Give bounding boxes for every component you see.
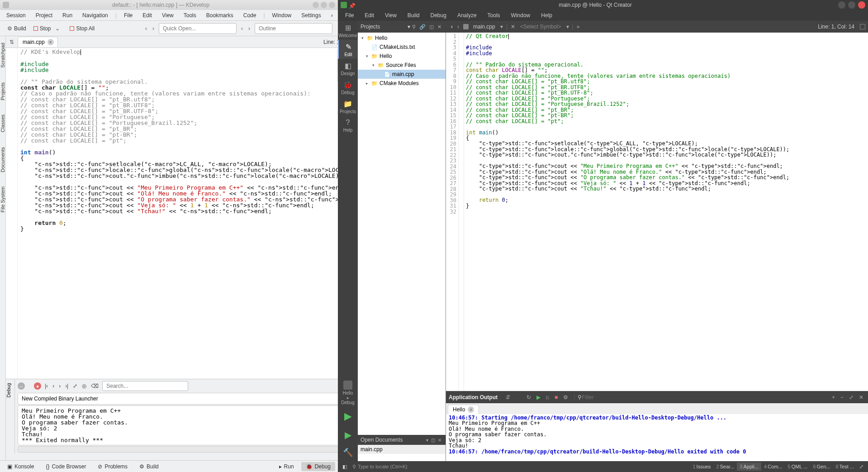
sidebar-classes[interactable]: Classes [0,112,5,135]
play-button[interactable]: ▶ [338,407,358,426]
menu-tools[interactable]: Tools [483,11,505,20]
outline-input[interactable] [255,23,332,34]
expand-icon[interactable]: ⤢ [857,462,866,471]
tree-item-cmakelists-txt[interactable]: 📄CMakeLists.txt [358,43,446,52]
prev-icon[interactable]: ‹ [52,383,55,389]
bottom-build[interactable]: ⚙Build [135,462,163,471]
filter-input[interactable] [582,394,636,400]
menu-window[interactable]: Window [268,11,296,20]
output-tab[interactable]: Hello× [448,405,479,414]
menu-bookmarks[interactable]: Bookmarks [202,11,238,20]
minus-icon[interactable]: − [839,394,845,400]
bottom-code-browser[interactable]: {}Code Browser [41,462,90,471]
kdev-editor[interactable]: // KDE's Kdevelop #include #include // "… [18,48,338,379]
pane-2[interactable]: 2Sear... [713,462,737,471]
pane-3[interactable]: 3Appli... [737,462,761,471]
menu-project[interactable]: Project [31,11,57,20]
line-col[interactable]: Line: 1, Col: 14 [814,24,858,30]
menu-window[interactable]: Window [507,11,535,20]
chevron-down-icon[interactable]: ▾ [498,24,505,30]
mode-edit[interactable]: ✎Edit [338,40,358,59]
sidebar-file-system[interactable]: File System [0,184,5,215]
stop-all-button[interactable]: Stop All [66,24,98,33]
minimize-icon[interactable] [838,1,845,9]
tree-item-cmake-modules[interactable]: ▸📁CMake Modules [358,79,446,88]
mode-help[interactable]: ?Help [338,116,358,134]
debug-label[interactable]: Debug [6,383,11,397]
expand-icon[interactable]: ⤢ [72,383,78,389]
last-icon[interactable]: ›| [64,383,69,389]
mode-projects[interactable]: 📁Projects [338,97,358,116]
nav-back-icon[interactable]: ‹ [449,24,455,30]
open-documents-header[interactable]: Open Documents ▾ ◫ ✕ [358,435,446,445]
menu-debug[interactable]: Debug [426,11,451,20]
nav-fwd-icon[interactable]: › [455,24,461,30]
chevron-down-icon[interactable]: ⌄ [52,25,62,32]
menu-file[interactable]: File [119,11,137,20]
qtc-titlebar[interactable]: 📌 main.cpp @ Hello - Qt Creator [338,0,868,10]
mode-debug[interactable]: 🐞Debug [338,78,358,97]
add-icon[interactable]: + [830,394,837,400]
split-icon[interactable]: ◫ [427,24,436,30]
nav-fwd-icon[interactable]: › [150,25,157,32]
sidebar-projects[interactable]: Projects [0,80,5,103]
pane-1[interactable]: 1Issues [690,462,713,471]
close-pane-icon[interactable]: ✕ [436,24,443,30]
build-button[interactable]: ⚙Build [4,24,30,33]
minimap[interactable] [337,50,338,81]
split-icon[interactable]: ◫ [430,438,436,443]
quick-open-input[interactable] [159,23,237,34]
menu-tools[interactable]: Tools [179,11,201,20]
editor-gutter[interactable] [6,48,18,379]
tree-icon[interactable]: ⇵ [504,394,512,400]
fold-gutter[interactable] [459,33,464,391]
output-search-input[interactable] [102,381,188,391]
menu-analyze[interactable]: Analyze [453,11,481,20]
qtc-editor[interactable]: 1234567891011121314151617181920212223242… [446,33,868,391]
close-icon[interactable]: × [47,39,54,45]
close-pane-icon[interactable]: ✕ [436,438,443,443]
bottom-run[interactable]: ▸Run [275,462,299,471]
open-doc-item[interactable]: main.cpp [358,445,446,454]
launcher-row[interactable]: New Compiled Binary Launcher ⊗ [18,393,338,405]
build-button[interactable]: 🔨 [338,444,358,461]
mode-welcome[interactable]: ⊞Welcome [338,21,358,40]
pane-8[interactable]: 8Test ... [833,462,857,471]
minimize-icon[interactable] [313,2,319,8]
menu-navigation[interactable]: Navigation [78,11,113,20]
output-text[interactable]: 10:46:57: Starting /home/franco/tmp/cpp/… [446,414,868,461]
scrollbar[interactable] [18,446,338,453]
sidebar-documents[interactable]: Documents [0,144,5,175]
close-panel-icon[interactable]: – [18,382,25,390]
settings-icon[interactable]: ⚙ [561,394,570,400]
nav-fwd-icon[interactable]: › [246,25,253,32]
project-tree[interactable]: ▾📁Hello📄CMakeLists.txt▾📁Hello▾📁Source Fi… [358,33,446,435]
tree-item-hello[interactable]: ▾📁Hello [358,33,446,43]
menu-help[interactable]: Help [536,11,557,20]
maximize-icon[interactable] [321,2,327,8]
menu-settings[interactable]: Settings [297,11,325,20]
projects-selector[interactable]: Projects [360,24,408,30]
first-icon[interactable]: |‹ [44,383,49,389]
expand-icon[interactable]: ⤢ [847,394,855,400]
editor-tab[interactable]: main.cpp× [18,37,58,47]
close-icon[interactable]: ✕ [857,394,865,400]
menu-overflow-icon[interactable]: › [327,11,337,20]
kdev-titlebar[interactable]: default:: - [ hello:main.cpp ] — KDevelo… [0,0,338,10]
menu-session[interactable]: Session [2,11,30,20]
menu-run[interactable]: Run [58,11,77,20]
nav-back-icon[interactable]: ‹ [238,25,246,32]
chevron-down-icon[interactable]: ▾ [425,438,430,443]
menu-file[interactable]: File [341,11,358,20]
close-sidebar-icon[interactable]: ◧ [340,462,350,471]
tree-item-main-cpp[interactable]: 📄main.cpp [358,70,446,79]
menu-view[interactable]: View [380,11,401,20]
clear-icon[interactable]: ⌫ [90,383,100,389]
pane-4[interactable]: 4Com... [761,462,785,471]
code-area[interactable]: // Qt Creator #include #include // "" Pa… [464,33,868,391]
menu-edit[interactable]: Edit [360,11,379,20]
menu-view[interactable]: View [157,11,178,20]
nav-back-icon[interactable]: ‹ [142,25,150,32]
open-documents-list[interactable]: main.cpp [358,445,446,461]
symbol-selector[interactable]: <Select Symbol> [517,24,564,30]
